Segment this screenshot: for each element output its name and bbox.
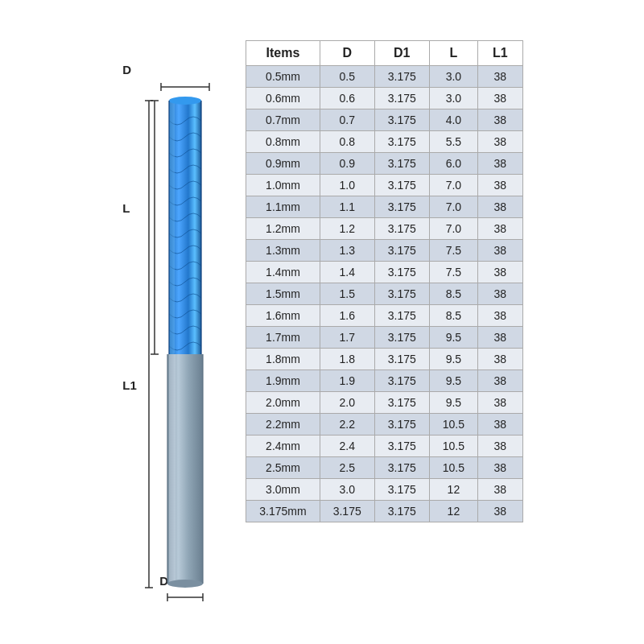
table-cell: 3.175 [374,305,429,327]
table-cell: 10.5 [429,414,477,436]
table-cell: 3.175 [374,457,429,479]
table-cell: 3.175 [374,327,429,349]
table-cell: 10.5 [429,457,477,479]
table-cell: 7.0 [429,218,477,240]
table-cell: 1.7mm [246,327,320,349]
table-cell: 2.5mm [246,457,320,479]
table-cell: 3.175 [374,501,429,522]
table-cell: 2.0mm [246,392,320,414]
table-cell: 7.5 [429,240,477,262]
table-cell: 0.5 [320,66,374,88]
table-cell: 38 [478,436,523,457]
table-cell: 2.4 [320,436,374,457]
table-cell: 7.0 [429,175,477,196]
table-cell: 38 [478,218,523,240]
table-row: 1.0mm1.03.1757.038 [246,175,522,196]
table-cell: 3.0 [320,479,374,501]
col-header-L: L [429,41,477,66]
table-cell: 0.7mm [246,109,320,131]
table-cell: 3.175 [374,283,429,305]
table-cell: 2.5 [320,457,374,479]
table-row: 1.7mm1.73.1759.538 [246,327,522,349]
table-cell: 3.175 [320,501,374,522]
table-row: 0.7mm0.73.1754.038 [246,109,522,131]
table-cell: 2.2 [320,414,374,436]
table-cell: 1.5mm [246,283,320,305]
table-cell: 1.4mm [246,262,320,283]
table-cell: 1.9 [320,370,374,392]
table-cell: 9.5 [429,327,477,349]
table-row: 1.4mm1.43.1757.538 [246,262,522,283]
table-cell: 3.175 [374,392,429,414]
svg-point-20 [167,580,203,588]
table-cell: 3.175 [374,66,429,88]
table-row: 2.0mm2.03.1759.538 [246,392,522,414]
table-cell: 3.175 [374,349,429,370]
main-container: D L L1 D1 [105,24,539,620]
table-cell: 3.0mm [246,479,320,501]
table-cell: 3.175 [374,109,429,131]
dim-D-label: D [122,63,131,76]
table-cell: 38 [478,196,523,218]
table-cell: 1.0mm [246,175,320,196]
table-cell: 38 [478,153,523,175]
tool-illustration [145,56,225,636]
table-row: 2.4mm2.43.17510.538 [246,436,522,457]
table-cell: 1.6 [320,305,374,327]
table-cell: 38 [478,414,523,436]
table-cell: 3.175 [374,131,429,153]
table-cell: 3.0 [429,66,477,88]
table-cell: 3.175 [374,196,429,218]
table-cell: 3.175 [374,479,429,501]
table-cell: 0.7 [320,109,374,131]
specs-table: Items D D1 L L1 0.5mm0.53.1753.0380.6mm0… [246,40,522,522]
table-cell: 2.0 [320,392,374,414]
table-cell: 3.175 [374,414,429,436]
table-cell: 3.175 [374,88,429,109]
table-cell: 38 [478,305,523,327]
table-cell: 1.6mm [246,305,320,327]
table-cell: 3.175 [374,218,429,240]
table-cell: 1.9mm [246,370,320,392]
table-cell: 38 [478,457,523,479]
svg-rect-19 [169,354,175,584]
table-cell: 6.0 [429,153,477,175]
table-row: 1.5mm1.53.1758.538 [246,283,522,305]
dim-L1-label: L1 [122,378,137,392]
table-cell: 1.1mm [246,196,320,218]
table-cell: 10.5 [429,436,477,457]
table-cell: 1.8 [320,349,374,370]
table-cell: 0.9 [320,153,374,175]
table-cell: 1.7 [320,327,374,349]
table-cell: 1.5 [320,283,374,305]
table-cell: 1.2 [320,218,374,240]
table-cell: 38 [478,109,523,131]
table-cell: 1.8mm [246,349,320,370]
table-cell: 12 [429,501,477,522]
table-row: 0.6mm0.63.1753.038 [246,88,522,109]
table-row: 1.9mm1.93.1759.538 [246,370,522,392]
col-header-L1: L1 [478,41,523,66]
table-cell: 2.4mm [246,436,320,457]
table-row: 0.9mm0.93.1756.038 [246,153,522,175]
table-cell: 0.9mm [246,153,320,175]
dim-L-label: L [122,201,130,215]
table-header-row: Items D D1 L L1 [246,41,522,66]
table-cell: 38 [478,327,523,349]
table-cell: 38 [478,66,523,88]
table-cell: 38 [478,479,523,501]
table-cell: 2.2mm [246,414,320,436]
table-cell: 8.5 [429,305,477,327]
table-cell: 1.4 [320,262,374,283]
table-cell: 12 [429,479,477,501]
table-cell: 1.3mm [246,240,320,262]
table-cell: 38 [478,349,523,370]
table-row: 3.175mm3.1753.1751238 [246,501,522,522]
table-row: 1.8mm1.83.1759.538 [246,349,522,370]
table-cell: 0.8mm [246,131,320,153]
table-cell: 38 [478,283,523,305]
table-cell: 1.2mm [246,218,320,240]
table-cell: 3.175 [374,370,429,392]
table-row: 3.0mm3.03.1751238 [246,479,522,501]
table-cell: 38 [478,240,523,262]
